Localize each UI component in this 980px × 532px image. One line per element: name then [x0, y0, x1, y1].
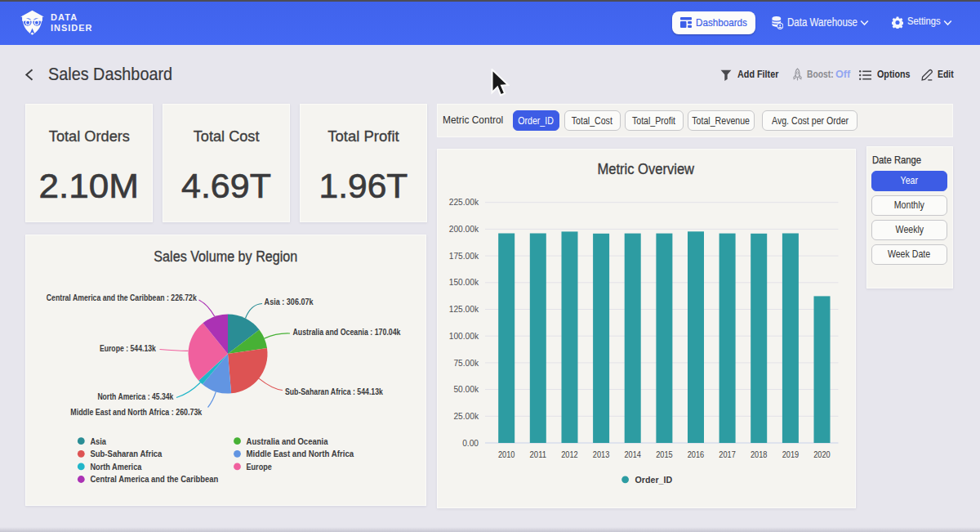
svg-text:2016: 2016 — [688, 449, 705, 459]
svg-text:2019: 2019 — [782, 449, 800, 459]
svg-text:Order_ID: Order_ID — [635, 475, 673, 485]
svg-text:Middle East and North Africa: Middle East and North Africa — [247, 449, 354, 458]
svg-text:Sub-Saharan Africa: Sub-Saharan Africa — [90, 449, 163, 458]
svg-text:Central America and the Caribb: Central America and the Caribbean — [90, 474, 218, 484]
svg-text:2013: 2013 — [593, 449, 610, 459]
svg-text:North America : 45.34k: North America : 45.34k — [97, 392, 173, 401]
svg-text:2012: 2012 — [561, 449, 578, 459]
svg-text:2011: 2011 — [530, 449, 547, 459]
svg-text:2014: 2014 — [624, 449, 641, 459]
svg-text:2015: 2015 — [656, 449, 673, 459]
svg-text:Europe : 544.13k: Europe : 544.13k — [100, 344, 156, 353]
svg-text:25.00k: 25.00k — [453, 412, 479, 421]
svg-text:75.00k: 75.00k — [453, 359, 479, 368]
svg-text:2017: 2017 — [719, 449, 736, 459]
svg-text:North America: North America — [90, 462, 142, 472]
svg-text:Asia: Asia — [90, 436, 106, 446]
svg-text:125.00k: 125.00k — [449, 305, 479, 314]
svg-text:2018: 2018 — [751, 449, 768, 459]
svg-text:150.00k: 150.00k — [449, 278, 479, 287]
svg-text:50.00k: 50.00k — [453, 385, 479, 394]
svg-text:2020: 2020 — [813, 449, 831, 459]
svg-text:100.00k: 100.00k — [449, 332, 479, 341]
svg-text:Europe: Europe — [247, 462, 272, 472]
svg-text:175.00k: 175.00k — [449, 252, 479, 261]
svg-text:200.00k: 200.00k — [449, 225, 479, 234]
svg-text:0.00: 0.00 — [462, 439, 479, 448]
svg-text:Asia : 306.07k: Asia : 306.07k — [265, 297, 314, 306]
svg-text:Australia and Oceania: Australia and Oceania — [247, 436, 329, 446]
svg-text:Australia and Oceania : 170.04: Australia and Oceania : 170.04k — [293, 328, 401, 337]
svg-text:Sub-Saharan Africa : 544.13k: Sub-Saharan Africa : 544.13k — [285, 387, 383, 396]
svg-text:225.00k: 225.00k — [449, 198, 479, 207]
svg-text:Central America and the Caribb: Central America and the Caribbean : 226.… — [47, 293, 197, 302]
svg-text:Middle East and North Africa :: Middle East and North Africa : 260.73k — [70, 408, 202, 417]
svg-text:2010: 2010 — [498, 449, 515, 459]
